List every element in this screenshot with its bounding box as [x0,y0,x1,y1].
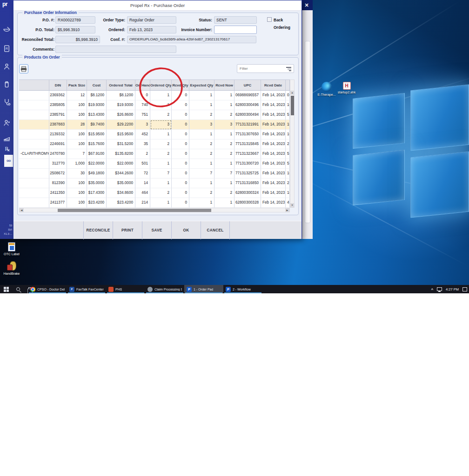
sidebar-item-active[interactable]: OO [4,155,13,167]
table-cell[interactable]: 10 [286,120,290,130]
table-cell[interactable]: 2387883 [49,120,67,130]
table-cell[interactable]: 77131300720 [234,159,261,169]
table-row[interactable]: 2139332100$15.9500$15.950045210117713130… [19,130,290,139]
table-cell[interactable]: 1 [214,159,234,169]
table-row[interactable]: 2411350100$17.4300$34.860046420226280030… [19,188,290,198]
table-cell[interactable]: 0 [172,110,189,120]
horizontal-scroll-thumb[interactable] [58,209,211,212]
table-cell[interactable]: 0 [172,159,189,169]
table-cell[interactable]: 2 [189,110,214,120]
table-cell[interactable]: $135.8200 [107,149,135,159]
table-cell[interactable]: 100 [67,130,87,139]
taskbar-item-faxtalk-faxcenter-pro[interactable]: FFaxTalk FaxCenter Pro [67,285,106,293]
table-cell[interactable]: 740 [135,100,150,110]
e-therape-shortcut[interactable]: E-Therape... [316,82,337,96]
table-cell[interactable]: Feb 14, 2023 [261,110,286,120]
table-row[interactable]: 812390100$35.0000$35.0000141011771313168… [19,178,290,188]
taskbar-item-phs[interactable]: PHS [106,285,145,293]
table-cell[interactable]: 2385805 [49,100,67,110]
table-cell[interactable]: 62800300328 [234,198,261,208]
table-cell[interactable]: 1 [189,100,214,110]
table-cell[interactable]: $34.8600 [107,188,135,198]
table-cell[interactable]: 2411377 [49,198,67,208]
column-header[interactable]: Rcvd Date [261,79,286,91]
sort-filter-icon[interactable] [286,66,291,71]
scroll-left-arrow[interactable]: ◀ [20,208,24,212]
table-row[interactable]: 236936212$8.1200$8.12000101106988696557F… [19,91,290,100]
table-cell[interactable]: 4 [286,198,290,208]
table-cell[interactable]: $17.4300 [87,188,107,198]
table-cell[interactable]: 10 [286,100,290,110]
column-header[interactable]: UPC [234,79,261,91]
table-cell[interactable]: $19.9300 [87,100,107,110]
table-cell[interactable]: 77131315845 [234,139,261,149]
table-cell[interactable]: 28 [67,120,87,130]
table-cell[interactable]: 0 [172,198,189,208]
comments-field[interactable] [55,46,176,53]
table-cell[interactable]: 30 [67,169,87,178]
table-cell[interactable]: 1 [189,178,214,188]
table-cell[interactable] [19,130,49,139]
table-cell[interactable]: 7 [214,169,234,178]
start-button[interactable] [0,285,12,293]
column-header[interactable] [286,79,290,91]
table-cell[interactable]: 10 [286,169,290,178]
table-cell[interactable]: $22.0000 [107,159,135,169]
table-cell[interactable]: 7 [67,149,87,159]
table-cell[interactable]: 5 [286,110,290,120]
table-cell[interactable]: 1 [150,159,172,169]
table-cell[interactable]: 2411350 [49,188,67,198]
table-cell[interactable]: 0 [172,91,189,100]
table-cell[interactable]: 100 [67,178,87,188]
table-cell[interactable]: Feb 14, 2023 [261,198,286,208]
table-cell[interactable]: Feb 14, 2023 [261,91,286,100]
taskbar-item-1-order-pad[interactable]: P1 - Order Pad [184,285,223,293]
sidebar-item-rxpad[interactable]: R [3,45,11,53]
close-button[interactable]: ✕ [302,0,311,10]
column-header[interactable]: Rcvd Now [214,79,234,91]
print-grid-button[interactable] [19,64,28,73]
table-cell[interactable]: Feb 14, 2023 [261,139,286,149]
table-cell[interactable]: 2 [286,139,290,149]
table-cell[interactable]: 2 [214,188,234,198]
table-cell[interactable]: $13.4300 [87,110,107,120]
table-cell[interactable]: 1 [150,198,172,208]
table-row[interactable]: 2385805100$19.9300$19.930074010116280030… [19,100,290,110]
table-cell[interactable]: 72 [135,169,150,178]
table-cell[interactable]: 2508672 [49,169,67,178]
table-cell[interactable]: 1 [214,100,234,110]
table-cell[interactable]: 7 [150,169,172,178]
table-cell[interactable]: 2470780 [49,149,67,159]
table-cell[interactable]: 2385791 [49,110,67,120]
table-cell[interactable] [19,178,49,188]
column-header[interactable]: Ordered Qty [150,79,172,91]
table-cell[interactable]: 1,000 [67,159,87,169]
table-cell[interactable]: 2 [214,139,234,149]
table-cell[interactable]: $15.9500 [107,130,135,139]
table-cell[interactable]: 77131321991 [234,120,261,130]
table-cell[interactable]: 501 [135,159,150,169]
taskbar-item-2-workflow[interactable]: P2 - Workflow [223,285,262,293]
table-cell[interactable] [19,110,49,120]
table-cell[interactable]: 1 [189,198,214,208]
table-cell[interactable]: 1 [189,130,214,139]
table-cell[interactable]: 1 [214,178,234,188]
table-cell[interactable]: 1 [150,178,172,188]
table-cell[interactable]: $31.5200 [107,139,135,149]
table-cell[interactable]: 1 [189,159,214,169]
taskbar-clock[interactable]: 4:27 PM [446,287,459,291]
table-row[interactable]: 238788328$9.7400$29.22003303377131321991… [19,120,290,130]
table-cell[interactable]: $35.0000 [107,178,135,188]
table-cell[interactable]: 1 [214,198,234,208]
table-cell[interactable]: $29.2200 [107,120,135,130]
table-cell[interactable]: Feb 14, 2023 [261,178,286,188]
table-cell[interactable]: 464 [135,188,150,198]
table-cell[interactable]: $26.8600 [107,110,135,120]
table-cell[interactable] [19,91,49,100]
table-cell[interactable]: 77131316850 [234,178,261,188]
network-icon[interactable] [437,287,442,291]
table-cell[interactable]: 1 [214,91,234,100]
table-cell[interactable]: 2 [286,178,290,188]
table-row[interactable]: 2411377100$23.4200$23.420021410116280030… [19,198,290,208]
sidebar-item-script[interactable]: R [3,145,11,152]
